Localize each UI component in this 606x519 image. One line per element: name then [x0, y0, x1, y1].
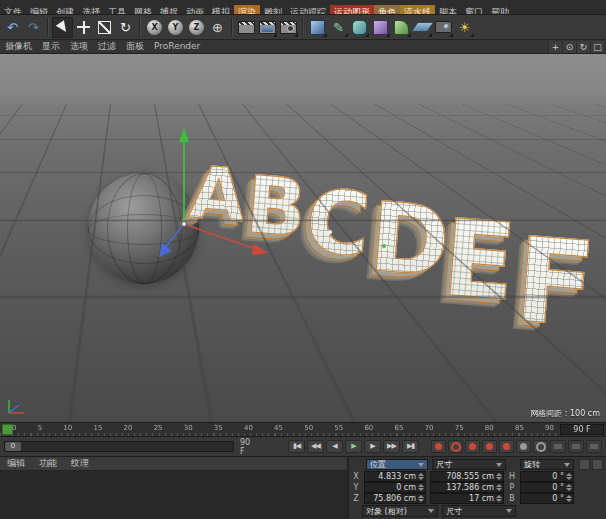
position-y-field[interactable]: 0 cm: [364, 482, 426, 493]
spinner-icon[interactable]: [495, 483, 502, 492]
viewport-menu-item-2[interactable]: 选项: [65, 40, 93, 53]
size-mode-dropdown[interactable]: 尺寸: [442, 505, 516, 517]
position-z-field[interactable]: 75.806 cm: [364, 493, 426, 504]
menubar-item-4[interactable]: 工具: [104, 5, 130, 15]
text-letter-e[interactable]: EE: [439, 205, 520, 316]
coords-menu-icon[interactable]: [579, 459, 590, 470]
text-letter-f[interactable]: FF: [511, 221, 600, 344]
spline-pen-button[interactable]: ✎: [328, 17, 349, 38]
material-tab-2[interactable]: 纹理: [64, 457, 96, 470]
spinner-icon[interactable]: [565, 472, 572, 481]
transform-mode-dropdown[interactable]: 对象 (相对): [362, 505, 438, 517]
menubar-item-11[interactable]: 运动跟踪: [286, 5, 330, 15]
material-list-area[interactable]: [0, 471, 347, 519]
render-settings-button[interactable]: [278, 17, 299, 38]
menubar-item-7[interactable]: 动画: [182, 5, 208, 15]
viewport-menu-item-4[interactable]: 面板: [121, 40, 149, 53]
coordinate-system-button[interactable]: ⊕: [207, 17, 228, 38]
position-x-field[interactable]: 4.833 cm: [364, 471, 426, 482]
size-x-field[interactable]: 708.555 cm: [430, 471, 504, 482]
add-cube-button[interactable]: [307, 17, 328, 38]
move-tool[interactable]: [73, 17, 94, 38]
go-to-start-button[interactable]: ▮◀: [288, 440, 305, 453]
deformer-button[interactable]: [391, 17, 412, 38]
coords-header-2[interactable]: 旋转: [520, 459, 574, 470]
spinner-icon[interactable]: [417, 472, 424, 481]
viewport-menu-item-1[interactable]: 显示: [37, 40, 65, 53]
spinner-icon[interactable]: [495, 494, 502, 503]
spinner-icon[interactable]: [565, 483, 572, 492]
x-axis-lock-button[interactable]: X: [144, 17, 165, 38]
size-y-field[interactable]: 137.586 cm: [430, 482, 504, 493]
menubar-item-0[interactable]: 文件: [0, 5, 26, 15]
viewport-menu-item-3[interactable]: 过滤: [93, 40, 121, 53]
record-point-level-button[interactable]: [533, 440, 548, 453]
rotate-tool[interactable]: ↻: [115, 17, 136, 38]
next-frame-button[interactable]: ▶: [364, 440, 381, 453]
keyframe-selection-button[interactable]: [550, 440, 566, 453]
record-position-button[interactable]: [465, 440, 480, 453]
timeline-ruler[interactable]: 051015202530354045505560657075808590 90 …: [0, 422, 606, 437]
menubar-item-9[interactable]: 渲染: [234, 5, 260, 15]
environment-button[interactable]: [412, 17, 433, 38]
generator-button[interactable]: [370, 17, 391, 38]
undo-button[interactable]: ↶: [2, 17, 23, 38]
next-key-button[interactable]: ▶▶: [383, 440, 400, 453]
previous-key-button[interactable]: ◀◀: [307, 440, 324, 453]
menubar-item-10[interactable]: 雕刻: [260, 5, 286, 15]
go-to-end-button[interactable]: ▶▮: [402, 440, 419, 453]
end-frame-field[interactable]: 90 F: [560, 424, 604, 435]
material-tab-1[interactable]: 功能: [32, 457, 64, 470]
preview-range-slider[interactable]: 0: [4, 441, 234, 452]
record-scale-button[interactable]: [482, 440, 497, 453]
autokey-button[interactable]: [448, 440, 463, 453]
menubar-item-17[interactable]: 帮助: [487, 5, 513, 15]
viewport-menu-item-5[interactable]: ProRender: [149, 40, 205, 53]
render-picture-viewer-button[interactable]: [257, 17, 278, 38]
menubar-item-5[interactable]: 网格: [130, 5, 156, 15]
rotation-p-field[interactable]: 0 °: [520, 482, 574, 493]
z-axis-lock-button[interactable]: Z: [186, 17, 207, 38]
zoom-view-button[interactable]: ⊙: [562, 41, 576, 53]
hud-toggle-button[interactable]: [586, 440, 602, 453]
menubar-item-1[interactable]: 编辑: [26, 5, 52, 15]
viewport-3d[interactable]: AABBCCDDEEFF 网格间距 : 100 cm: [0, 54, 606, 422]
spinner-icon[interactable]: [495, 472, 502, 481]
scale-tool[interactable]: [94, 17, 115, 38]
coords-lock-icon[interactable]: [592, 459, 603, 470]
spinner-icon[interactable]: [417, 494, 424, 503]
menubar-item-15[interactable]: 脚本: [435, 5, 461, 15]
render-view-button[interactable]: [236, 17, 257, 38]
range-start-handle[interactable]: 0: [5, 442, 21, 451]
spinner-icon[interactable]: [565, 494, 572, 503]
spinner-icon[interactable]: [417, 483, 424, 492]
rotation-b-field[interactable]: 0 °: [520, 493, 574, 504]
coords-header-1[interactable]: 尺寸: [432, 459, 506, 470]
timeline-options-button[interactable]: [568, 440, 584, 453]
viewport-menu-item-0[interactable]: 摄像机: [0, 40, 37, 53]
rotate-view-button[interactable]: ↻: [576, 41, 590, 53]
coords-header-0[interactable]: 位置: [366, 459, 428, 470]
subdivision-surface-button[interactable]: [349, 17, 370, 38]
menubar-item-13[interactable]: 角色: [374, 5, 400, 15]
menubar-item-14[interactable]: 流水线: [400, 5, 435, 15]
redo-button[interactable]: ↷: [23, 17, 44, 38]
menubar-item-2[interactable]: 创建: [52, 5, 78, 15]
y-axis-lock-button[interactable]: Y: [165, 17, 186, 38]
play-button[interactable]: ▶: [345, 440, 362, 453]
menubar-item-12[interactable]: 运动图形: [330, 5, 374, 15]
menubar-item-3[interactable]: 选择: [78, 5, 104, 15]
record-parameter-button[interactable]: [516, 440, 531, 453]
menubar-item-8[interactable]: 模拟: [208, 5, 234, 15]
camera-button[interactable]: [433, 17, 454, 38]
previous-frame-button[interactable]: ◀: [326, 440, 343, 453]
live-selection-tool[interactable]: [52, 17, 73, 38]
pan-view-button[interactable]: +: [548, 41, 562, 53]
material-tab-0[interactable]: 编辑: [0, 457, 32, 470]
rotation-h-field[interactable]: 0 °: [520, 471, 574, 482]
record-keyframe-button[interactable]: [431, 440, 446, 453]
light-button[interactable]: ☀: [454, 17, 475, 38]
menubar-item-16[interactable]: 窗口: [461, 5, 487, 15]
toggle-layout-button[interactable]: □: [590, 41, 604, 53]
record-rotation-button[interactable]: [499, 440, 514, 453]
